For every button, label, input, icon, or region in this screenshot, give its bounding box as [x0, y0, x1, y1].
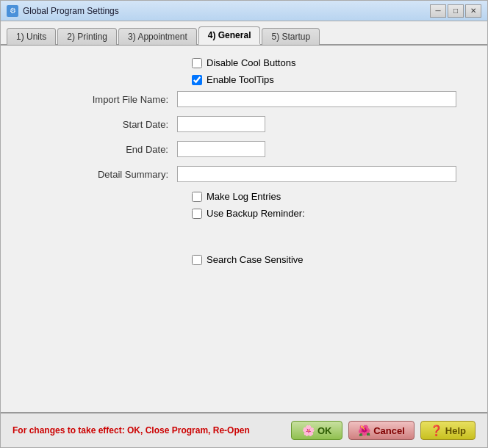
- tab-units[interactable]: 1) Units: [7, 28, 56, 45]
- tab-appointment[interactable]: 3) Appointment: [118, 28, 197, 45]
- end-date-input[interactable]: [177, 141, 265, 157]
- title-buttons: ─ □ ✕: [430, 4, 481, 18]
- end-date-row: End Date:: [15, 141, 473, 157]
- start-date-label: Start Date:: [15, 119, 177, 130]
- make-log-entries-row: Make Log Entries: [192, 191, 473, 202]
- title-bar-left: ⚙ Global Program Settings: [7, 5, 119, 17]
- disable-cool-buttons-row: Disable Cool Buttons: [192, 57, 473, 68]
- start-date-row: Start Date:: [15, 116, 473, 132]
- window-title: Global Program Settings: [23, 6, 119, 16]
- help-label: Help: [445, 425, 466, 436]
- main-window: ⚙ Global Program Settings ─ □ ✕ 1) Units…: [0, 0, 488, 448]
- tab-startup[interactable]: 5) Startup: [262, 28, 320, 45]
- detail-summary-label: Detail Summary:: [15, 169, 177, 180]
- import-file-name-row: Import File Name:: [15, 91, 473, 107]
- cancel-icon: 🌺: [358, 424, 370, 436]
- close-button[interactable]: ✕: [465, 4, 481, 18]
- make-log-entries-checkbox[interactable]: [192, 192, 202, 202]
- search-case-sensitive-label: Search Case Sensitive: [207, 254, 304, 265]
- tab-general[interactable]: 4) General: [198, 26, 261, 45]
- enable-tooltips-row: Enable ToolTips: [192, 74, 473, 85]
- cancel-label: Cancel: [373, 425, 405, 436]
- enable-tooltips-checkbox[interactable]: [192, 75, 202, 85]
- divider: [15, 225, 473, 239]
- help-icon: ❓: [430, 424, 442, 436]
- disable-cool-buttons-label: Disable Cool Buttons: [207, 57, 295, 68]
- cancel-button[interactable]: 🌺 Cancel: [348, 421, 415, 440]
- window-icon: ⚙: [7, 5, 18, 17]
- detail-summary-row: Detail Summary:: [15, 166, 473, 182]
- use-backup-reminder-checkbox[interactable]: [192, 209, 202, 219]
- footer-buttons: 🌸 OK 🌺 Cancel ❓ Help: [291, 421, 476, 440]
- use-backup-reminder-row: Use Backup Reminder:: [192, 208, 473, 219]
- search-case-sensitive-row: Search Case Sensitive: [192, 254, 473, 265]
- title-bar: ⚙ Global Program Settings ─ □ ✕: [1, 1, 487, 21]
- footer: For changes to take effect: OK, Close Pr…: [1, 412, 487, 447]
- import-file-name-label: Import File Name:: [15, 94, 177, 105]
- enable-tooltips-label: Enable ToolTips: [207, 74, 274, 85]
- footer-message: For changes to take effect: OK, Close Pr…: [12, 425, 250, 436]
- start-date-input[interactable]: [177, 116, 265, 132]
- use-backup-reminder-label: Use Backup Reminder:: [207, 208, 305, 219]
- divider2: [15, 239, 473, 254]
- detail-summary-input[interactable]: [177, 166, 456, 182]
- end-date-label: End Date:: [15, 144, 177, 155]
- ok-button[interactable]: 🌸 OK: [291, 421, 342, 440]
- ok-label: OK: [317, 425, 332, 436]
- content-area: Disable Cool Buttons Enable ToolTips Imp…: [1, 46, 487, 412]
- restore-button[interactable]: □: [448, 4, 464, 18]
- import-file-name-input[interactable]: [177, 91, 456, 107]
- minimize-button[interactable]: ─: [430, 4, 446, 18]
- make-log-entries-label: Make Log Entries: [207, 191, 281, 202]
- search-case-sensitive-checkbox[interactable]: [192, 255, 202, 265]
- help-button[interactable]: ❓ Help: [420, 421, 476, 440]
- ok-icon: 🌸: [302, 424, 315, 436]
- tabs-container: 1) Units 2) Printing 3) Appointment 4) G…: [1, 21, 487, 46]
- disable-cool-buttons-checkbox[interactable]: [192, 58, 202, 68]
- tab-printing[interactable]: 2) Printing: [57, 28, 117, 45]
